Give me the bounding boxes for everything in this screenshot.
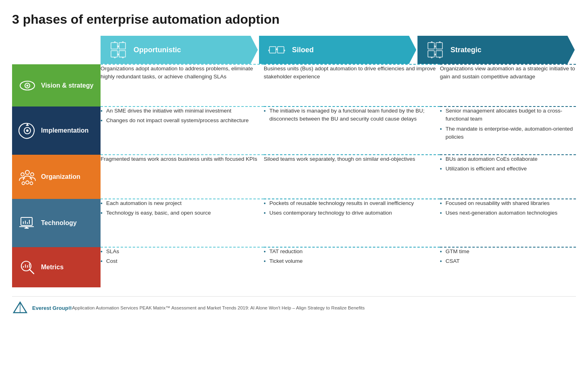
- metrics-label-cell: Metrics: [12, 247, 101, 287]
- vision-label-text: Vision & strategy: [41, 82, 93, 89]
- technology-label-text: Technology: [41, 219, 77, 227]
- implementation-opportunistic-cell: An SME drives the initiative with minima…: [101, 106, 264, 155]
- organization-label-cell: Organization: [12, 155, 101, 199]
- metrics-row: Metrics SLAs Cost TAT reduction Ticket v…: [12, 247, 576, 287]
- list-item: TAT reduction: [264, 248, 440, 256]
- svg-point-17: [21, 173, 24, 176]
- svg-rect-8: [428, 51, 434, 57]
- list-item: Pockets of reusable technology results i…: [264, 199, 440, 207]
- svg-point-12: [27, 84, 29, 86]
- puzzle-opportunistic-icon: [109, 40, 128, 59]
- implementation-row: Implementation An SME drives the initiat…: [12, 106, 576, 155]
- implementation-label-text: Implementation: [41, 127, 88, 134]
- vision-strategic-cell: Organizations view automation as a strat…: [440, 64, 576, 106]
- technology-opportunistic-cell: Each automation is new project Technolog…: [101, 199, 264, 247]
- everest-logo-icon: [12, 301, 28, 315]
- phase-opportunistic-label: Opportunistic: [134, 46, 181, 54]
- svg-point-18: [31, 173, 34, 176]
- page-title: 3 phases of enterprise automation adopti…: [12, 12, 576, 27]
- implementation-label-cell: Implementation: [12, 106, 101, 155]
- list-item: Technology is easy, basic, and open sour…: [101, 209, 264, 217]
- vision-label-cell: Vision & strategy: [12, 64, 101, 106]
- svg-point-16: [25, 170, 29, 174]
- phase-siloed-label: Siloed: [292, 46, 314, 54]
- puzzle-strategic-icon: [426, 40, 445, 59]
- implementation-siloed-cell: The initiative is managed by a functiona…: [264, 106, 440, 155]
- svg-rect-0: [111, 43, 117, 49]
- vision-opportunistic-cell: Organizations adopt automation to addres…: [101, 64, 264, 106]
- phase-header: Opportunistic Siloed: [101, 36, 576, 64]
- svg-rect-6: [428, 43, 434, 49]
- list-item: The mandate is enterprise-wide, automati…: [440, 125, 576, 141]
- list-item: Focused on reusability with shared libra…: [440, 199, 576, 207]
- svg-point-19: [26, 181, 29, 184]
- list-item: Each automation is new project: [101, 199, 264, 207]
- svg-rect-5: [278, 47, 284, 53]
- content-table: Vision & strategy Organizations adopt au…: [12, 64, 576, 287]
- metrics-siloed-cell: TAT reduction Ticket volume: [264, 247, 440, 287]
- footer-brand: Everest Group®: [32, 305, 72, 311]
- metrics-opportunistic-cell: SLAs Cost: [101, 247, 264, 287]
- svg-rect-7: [436, 43, 442, 49]
- svg-point-20: [22, 182, 25, 185]
- list-item: BUs and automation CoEs collaborate: [440, 155, 576, 163]
- footer-text: Application Automation Services PEAK Mat…: [72, 305, 365, 310]
- chart-search-icon: [18, 258, 37, 277]
- footer: Everest Group® Application Automation Se…: [12, 296, 576, 315]
- implementation-strategic-cell: Senior management allocates budget to a …: [440, 106, 576, 155]
- organization-label-text: Organization: [41, 173, 80, 180]
- phase-strategic: Strategic: [417, 36, 575, 64]
- svg-rect-22: [21, 217, 32, 225]
- list-item: Cost: [101, 257, 264, 265]
- list-item: Uses contemporary technology to drive au…: [264, 209, 440, 217]
- technology-label-cell: Technology: [12, 199, 101, 247]
- svg-rect-9: [436, 51, 442, 57]
- svg-rect-4: [269, 47, 276, 53]
- svg-rect-2: [111, 51, 117, 57]
- technology-strategic-cell: Focused on reusability with shared libra…: [440, 199, 576, 247]
- list-item: GTM time: [440, 248, 576, 256]
- technology-siloed-cell: Pockets of reusable technology results i…: [264, 199, 440, 247]
- svg-point-14: [26, 129, 29, 132]
- list-item: SLAs: [101, 248, 264, 256]
- metrics-label-text: Metrics: [41, 264, 64, 271]
- list-item: Ticket volume: [264, 257, 440, 265]
- vision-row: Vision & strategy Organizations adopt au…: [12, 64, 576, 106]
- list-item: Utilization is efficient and effective: [440, 165, 576, 173]
- organization-opportunistic-cell: Fragmented teams work across business un…: [101, 155, 264, 199]
- svg-rect-1: [119, 43, 125, 49]
- eye-icon: [18, 76, 37, 95]
- metrics-strategic-cell: GTM time CSAT: [440, 247, 576, 287]
- organization-row: Organization Fragmented teams work acros…: [12, 155, 576, 199]
- list-item: Senior management allocates budget to a …: [440, 107, 576, 123]
- phase-opportunistic: Opportunistic: [101, 36, 258, 64]
- technology-row: Technology Each automation is new projec…: [12, 199, 576, 247]
- svg-rect-3: [119, 51, 125, 57]
- svg-point-21: [30, 182, 33, 185]
- organization-strategic-cell: BUs and automation CoEs collaborate Util…: [440, 155, 576, 199]
- people-icon: [18, 167, 37, 186]
- footer-logo: [12, 301, 28, 315]
- organization-siloed-cell: Siloed teams work separately, though on …: [264, 155, 440, 199]
- list-item: Changes do not impact overall system/pro…: [101, 117, 264, 125]
- laptop-chart-icon: [18, 213, 37, 233]
- vision-siloed-cell: Business units (Bus) adopt automation to…: [264, 64, 440, 106]
- svg-line-31: [29, 269, 34, 274]
- list-item: An SME drives the initiative with minima…: [101, 107, 264, 115]
- list-item: CSAT: [440, 257, 576, 265]
- gear-cycle-icon: [18, 121, 37, 140]
- list-item: The initiative is managed by a functiona…: [264, 107, 440, 123]
- phase-siloed: Siloed: [259, 36, 416, 64]
- puzzle-siloed-icon: [267, 40, 286, 59]
- list-item: Uses next-generation automation technolo…: [440, 209, 576, 217]
- phase-strategic-label: Strategic: [450, 46, 481, 54]
